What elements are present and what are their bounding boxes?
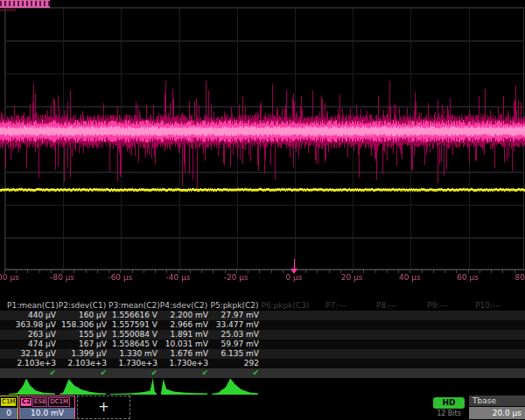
oscilloscope-screen: -100 µs-80 µs-60 µs-40 µs-20 µs0 µs20 µs… <box>0 0 525 420</box>
measure-value: 1.676 mV <box>159 349 208 359</box>
c2-coupling-badge: DC1M <box>48 397 70 407</box>
time-axis-label: -100 µs <box>0 273 19 282</box>
measure-value: 440 µV <box>7 311 56 320</box>
measure-value: 59.97 mV <box>210 340 259 349</box>
measure-value: 1.891 mV <box>159 330 208 340</box>
measure-column-header: P9:--- <box>413 301 462 311</box>
measure-value: 1.399 µV <box>58 349 107 359</box>
time-axis-label: 80 µs <box>514 273 525 282</box>
measure-value: 6.135 mV <box>210 349 259 359</box>
channel-c1-descriptor[interactable]: C1M 0 mV <box>0 396 18 419</box>
measure-value: 10.031 mV <box>159 340 208 349</box>
measure-value: 2.103e+3 <box>58 359 107 368</box>
time-axis-label: 0 µs <box>285 273 302 282</box>
time-axis-label: -60 µs <box>108 273 132 282</box>
measure-column-header: P8:--- <box>362 301 411 311</box>
measure-value: 1.730e+3 <box>108 359 158 368</box>
measure-value: 25.03 mV <box>210 330 259 340</box>
measure-value: 33.477 mV <box>210 320 259 330</box>
time-axis-label: -80 µs <box>50 273 74 282</box>
measure-column-header: P10:--- <box>464 301 513 311</box>
time-axis-label: 20 µs <box>341 273 363 282</box>
measure-value: 158.306 µV <box>58 320 107 330</box>
measure-histicon[interactable] <box>110 377 158 396</box>
measure-value: 160 µV <box>58 311 107 320</box>
time-axis-label: 40 µs <box>399 273 421 282</box>
measure-value: 155 µV <box>58 330 107 340</box>
measure-value: 263 µV <box>7 330 56 340</box>
measure-value: 167 µV <box>58 340 107 349</box>
measure-column-header: P7:--- <box>312 301 360 311</box>
timebase-title: Tbase <box>469 396 525 406</box>
timebase-value: 20.0 µs <box>469 407 525 419</box>
trigger-position-marker-icon[interactable] <box>290 269 298 274</box>
measure-value: 1.558645 V <box>108 340 158 349</box>
time-axis-label: 60 µs <box>457 273 479 282</box>
measure-value: 2.200 mV <box>159 311 208 320</box>
c1-volts-per-div: 0 mV <box>0 408 18 419</box>
waveform-traces <box>0 0 525 273</box>
measure-value: 1.557591 V <box>108 320 158 330</box>
timebase-descriptor[interactable]: Tbase 20.0 µs <box>469 396 525 419</box>
time-axis-minor-ticks <box>4 270 525 273</box>
measure-value: 27.97 mV <box>210 311 259 320</box>
measure-value: 1.730e+3 <box>159 359 208 368</box>
measure-column-header: P1:mean(C1) <box>7 301 56 311</box>
time-axis-label: -40 µs <box>166 273 191 282</box>
channel-c2-descriptor[interactable]: C2 ES8 DC1M 10.0 mV <box>19 396 75 419</box>
measure-column-header: P6:pkpk(C3) <box>261 301 310 311</box>
measure-histicon[interactable] <box>212 377 259 396</box>
measure-column-header: P3:mean(C2) <box>108 301 158 311</box>
measure-value: 474 µV <box>7 340 56 349</box>
hd-mode-badge: HD <box>433 397 465 409</box>
measure-value: 363.98 µV <box>7 320 56 330</box>
measure-column-header: P11 <box>514 301 525 311</box>
measure-value: 1.550084 V <box>108 330 158 340</box>
measure-value: 1.556616 V <box>108 311 158 320</box>
c2-es8-badge: ES8 <box>32 397 47 407</box>
trace-annotation-sub <box>0 9 16 11</box>
measure-value: 2.103e+3 <box>7 359 56 368</box>
hd-bits-label: 12 Bits <box>431 410 466 417</box>
measure-value: 32.16 µV <box>7 349 56 359</box>
time-axis-label: -20 µs <box>224 273 248 282</box>
trace-annotation-badge <box>0 0 50 8</box>
measure-column-header: P5:pkpk(C2) <box>210 301 259 311</box>
add-trace-button[interactable]: + <box>77 396 130 419</box>
c2-channel-badge: C2 <box>21 398 32 406</box>
measure-value: 2.966 mV <box>159 320 208 330</box>
measure-column-header: P2:sdev(C1) <box>58 301 107 311</box>
measure-histicon[interactable] <box>161 377 208 396</box>
c1-coupling-badge: C1M <box>1 398 16 406</box>
c2-volts-per-div: 10.0 mV <box>20 408 74 419</box>
measure-value: 1.330 mV <box>108 349 158 359</box>
measure-column-header: P4:sdev(C2) <box>159 301 208 311</box>
measure-histicon[interactable] <box>60 377 107 396</box>
measure-histicon[interactable] <box>9 377 56 396</box>
measure-value: 292 <box>210 359 259 368</box>
